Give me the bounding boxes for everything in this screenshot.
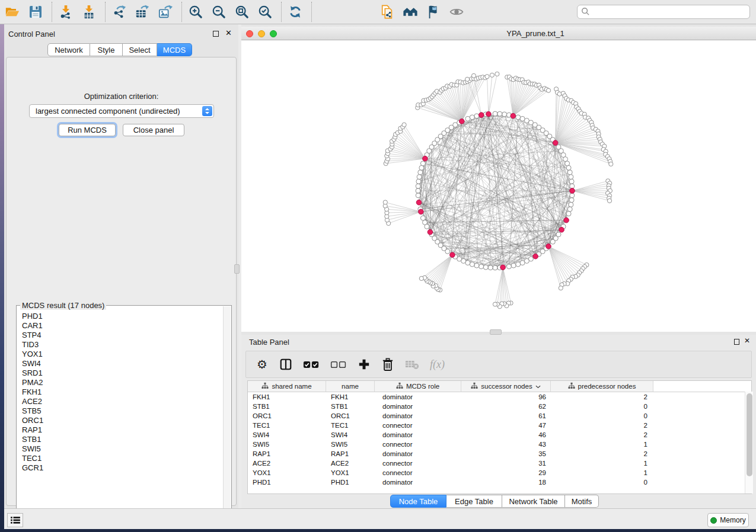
table-cell[interactable]: 2	[551, 392, 653, 402]
close-panel-button[interactable]: Close panel	[123, 124, 184, 136]
save-session-icon[interactable]	[27, 3, 44, 21]
table-cell[interactable]: TEC1	[248, 421, 326, 430]
table-settings-icon[interactable]: ⚙	[256, 357, 269, 372]
table-cell[interactable]: 2	[551, 449, 653, 459]
result-scrollbar[interactable]	[223, 306, 231, 518]
table-cell[interactable]: 96	[461, 392, 551, 402]
horizontal-splitter-grip[interactable]	[490, 329, 502, 335]
table-cell[interactable]: STB1	[326, 402, 375, 411]
import-table-icon[interactable]	[81, 3, 97, 21]
table-row[interactable]: TEC1TEC1connector472	[248, 421, 751, 430]
hide-graphics-details-icon[interactable]	[425, 3, 442, 21]
table-cell[interactable]: ACE2	[248, 459, 326, 468]
tab-select[interactable]: Select	[123, 43, 157, 56]
table-cell[interactable]: SWI5	[248, 440, 326, 449]
close-icon[interactable]: ✕	[225, 28, 232, 37]
home-icon[interactable]	[402, 3, 419, 21]
export-image-icon[interactable]	[157, 3, 174, 21]
mcds-result-node[interactable]: STB5	[17, 406, 223, 416]
mcds-result-node[interactable]: CAR1	[17, 321, 223, 331]
window-minimize-light[interactable]	[258, 30, 265, 37]
network-canvas[interactable]	[241, 40, 756, 332]
table-row[interactable]: ACE2ACE2connector311	[248, 459, 751, 468]
table-cell[interactable]: ACE2	[326, 459, 375, 468]
table-cell[interactable]: 0	[551, 402, 653, 411]
table-cell[interactable]: 47	[461, 421, 551, 430]
zoom-selected-icon[interactable]	[257, 3, 273, 21]
table-cell[interactable]: dominator	[375, 392, 461, 402]
add-entry-icon[interactable]	[358, 357, 371, 372]
column-header-MCDS-role[interactable]: MCDS role	[375, 381, 461, 392]
table-cell[interactable]: SWI4	[326, 430, 375, 440]
tab-network-table[interactable]: Network Table	[502, 495, 565, 508]
table-cell[interactable]: ORC1	[248, 411, 326, 421]
table-cell[interactable]: SWI4	[248, 430, 326, 440]
scrollbar-thumb[interactable]	[747, 393, 752, 476]
table-cell[interactable]: RAP1	[326, 449, 375, 459]
table-cell[interactable]: 1	[551, 468, 653, 477]
table-scrollbar[interactable]	[745, 392, 753, 493]
table-cell[interactable]: TEC1	[326, 421, 375, 430]
zoom-in-icon[interactable]	[187, 3, 204, 21]
mcds-result-node[interactable]: TID3	[17, 340, 223, 350]
table-cell[interactable]: FKH1	[326, 392, 375, 402]
tab-mcds[interactable]: MCDS	[157, 43, 192, 56]
table-row[interactable]: YOX1YOX1connector291	[248, 468, 751, 477]
export-table-icon[interactable]	[134, 3, 151, 21]
table-cell[interactable]: dominator	[375, 430, 461, 440]
import-network-icon[interactable]	[58, 3, 74, 21]
memory-button[interactable]: Memory	[707, 513, 749, 527]
table-cell[interactable]: 61	[461, 411, 551, 421]
mcds-result-node[interactable]: ACE2	[17, 397, 223, 406]
table-cell[interactable]: YOX1	[248, 468, 326, 477]
column-header-shared-name[interactable]: shared name	[248, 381, 326, 392]
table-cell[interactable]: 29	[461, 468, 551, 477]
table-cell[interactable]: 46	[461, 430, 551, 440]
table-cell[interactable]: connector	[375, 468, 461, 477]
table-cell[interactable]: 62	[461, 402, 551, 411]
show-columns-icon[interactable]	[279, 357, 292, 372]
table-row[interactable]: SWI5SWI5connector431	[248, 440, 751, 449]
clone-network-icon[interactable]	[379, 3, 395, 21]
table-row[interactable]: RAP1RAP1dominator352	[248, 449, 751, 459]
table-row[interactable]: STB1STB1dominator620	[248, 402, 751, 411]
table-cell[interactable]: YOX1	[326, 468, 375, 477]
mcds-result-node[interactable]: SRD1	[17, 368, 223, 378]
delete-entry-icon[interactable]	[381, 357, 394, 372]
mcds-result-node[interactable]: ORC1	[17, 416, 223, 425]
table-cell[interactable]: dominator	[375, 402, 461, 411]
tab-motifs[interactable]: Motifs	[565, 495, 599, 508]
table-cell[interactable]: connector	[375, 440, 461, 449]
column-header-name[interactable]: name	[326, 381, 375, 392]
table-cell[interactable]: STB1	[248, 402, 326, 411]
table-cell[interactable]: PHD1	[326, 477, 375, 487]
table-cell[interactable]: dominator	[375, 449, 461, 459]
mcds-result-node[interactable]: YOX1	[17, 350, 223, 359]
column-header-successor-nodes[interactable]: successor nodes	[461, 381, 551, 392]
mcds-result-node[interactable]: STP4	[17, 331, 223, 340]
table-cell[interactable]: 18	[461, 477, 551, 487]
table-cell[interactable]: 0	[551, 411, 653, 421]
refresh-icon[interactable]	[287, 3, 304, 21]
tab-node-table[interactable]: Node Table	[390, 495, 446, 508]
mcds-result-node[interactable]: FKH1	[17, 387, 223, 397]
table-cell[interactable]: 2	[551, 430, 653, 440]
window-zoom-light[interactable]	[270, 30, 277, 37]
close-icon[interactable]: ✕	[744, 336, 750, 345]
mcds-result-node[interactable]: RAP1	[17, 425, 223, 435]
table-cell[interactable]: SWI5	[326, 440, 375, 449]
task-history-button[interactable]	[7, 513, 23, 527]
table-cell[interactable]: dominator	[375, 477, 461, 487]
tab-style[interactable]: Style	[90, 43, 123, 56]
mcds-result-node[interactable]: TEC1	[17, 454, 223, 463]
export-network-icon[interactable]	[111, 3, 127, 21]
mcds-result-node[interactable]: PMA2	[17, 378, 223, 387]
search-input[interactable]	[577, 5, 750, 19]
sort-chevron-icon[interactable]	[535, 383, 541, 390]
table-cell[interactable]: ORC1	[326, 411, 375, 421]
network-window-titlebar[interactable]: YPA_prune.txt_1	[241, 27, 756, 40]
table-row[interactable]: PHD1PHD1dominator180	[248, 477, 751, 487]
mcds-result-node[interactable]: SWI5	[17, 444, 223, 454]
float-window-icon[interactable]	[734, 339, 739, 345]
splitter-grip[interactable]	[234, 264, 240, 274]
